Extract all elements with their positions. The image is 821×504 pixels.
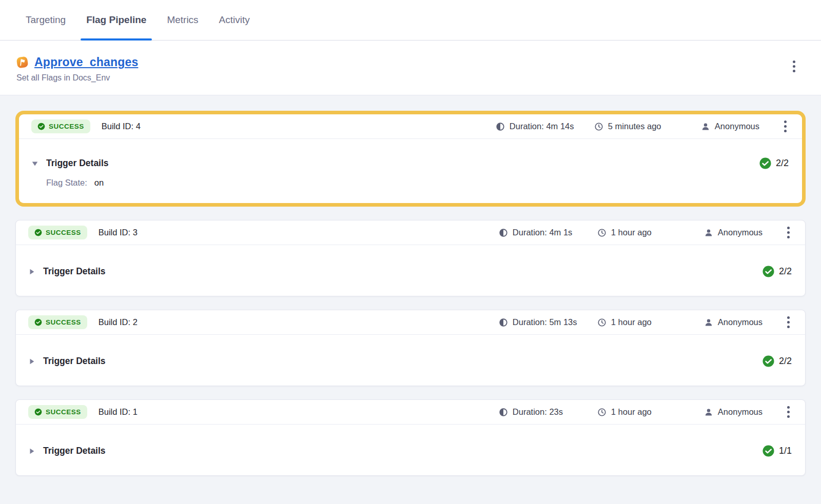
trigger-details-toggle[interactable]: Trigger Details 2/2 [28, 266, 792, 277]
check-circle-icon [763, 266, 774, 277]
tab-bar: Targeting Flag Pipeline Metrics Activity [0, 0, 821, 41]
duration-label: Duration: 4m 1s [513, 228, 572, 237]
steps-count: 2/2 [776, 158, 789, 169]
steps-count: 2/2 [779, 266, 792, 277]
time-ago-label: 5 minutes ago [608, 122, 661, 131]
triggered-by-user: Anonymous [704, 407, 763, 417]
time-ago: 1 hour ago [597, 407, 704, 417]
success-check-icon [37, 123, 45, 130]
duration: Duration: 4m 1s [499, 228, 597, 237]
run-card-build-2: SUCCESS Build ID: 2 Duration: 5m 13s 1 h… [15, 310, 806, 386]
build-id-label: Build ID: 3 [99, 228, 138, 237]
flag-state-row: Flag State: on [46, 178, 789, 188]
check-circle-icon [759, 157, 771, 169]
person-icon [701, 122, 710, 131]
run-card-build-3: SUCCESS Build ID: 3 Duration: 4m 1s 1 ho… [15, 220, 806, 296]
success-check-icon [34, 408, 42, 416]
tab-flag-pipeline[interactable]: Flag Pipeline [76, 0, 157, 40]
triggered-by-user: Anonymous [704, 228, 763, 237]
clock-icon [597, 228, 607, 237]
run-body: Trigger Details 2/2 [16, 245, 805, 296]
run-card-build-4: SUCCESS Build ID: 4 Duration: 4m 14s 5 m… [19, 114, 802, 203]
run-header: SUCCESS Build ID: 4 Duration: 4m 14s 5 m… [19, 114, 802, 139]
steps-status: 1/1 [763, 445, 792, 457]
trigger-details-toggle[interactable]: Trigger Details 1/1 [28, 445, 792, 457]
title-bar: Approve_changes Set all Flags in Docs_En… [0, 41, 821, 95]
time-ago-label: 1 hour ago [611, 407, 652, 417]
trigger-details-label: Trigger Details [43, 356, 106, 367]
pipeline-title-link[interactable]: Approve_changes [34, 55, 138, 69]
status-label: SUCCESS [46, 318, 81, 326]
trigger-details-toggle[interactable]: Trigger Details 2/2 [28, 355, 792, 367]
status-badge: SUCCESS [31, 119, 90, 133]
build-id-label: Build ID: 4 [102, 122, 141, 131]
flag-state-value: on [94, 178, 104, 188]
flag-state-label: Flag State: [46, 178, 87, 188]
steps-status: 2/2 [763, 266, 792, 277]
run-header: SUCCESS Build ID: 3 Duration: 4m 1s 1 ho… [16, 220, 805, 245]
trigger-details-label: Trigger Details [43, 446, 106, 456]
steps-status: 2/2 [759, 157, 789, 169]
run-kebab-menu-icon[interactable] [781, 117, 790, 135]
chevron-right-icon [28, 448, 35, 455]
steps-count: 2/2 [779, 356, 792, 367]
check-circle-icon [763, 355, 774, 367]
person-icon [704, 318, 713, 327]
chevron-down-icon [31, 160, 38, 167]
flag-pipeline-icon [15, 55, 29, 69]
duration-icon [499, 408, 508, 417]
run-header: SUCCESS Build ID: 2 Duration: 5m 13s 1 h… [16, 310, 805, 335]
pipeline-runs-list: SUCCESS Build ID: 4 Duration: 4m 14s 5 m… [0, 95, 821, 476]
trigger-details-label: Trigger Details [46, 158, 109, 169]
duration: Duration: 23s [499, 407, 597, 417]
triggered-by-user: Anonymous [701, 122, 759, 131]
tab-activity[interactable]: Activity [209, 0, 260, 40]
duration-icon [499, 318, 508, 327]
duration-icon [496, 122, 505, 131]
clock-icon [597, 318, 607, 327]
build-id-label: Build ID: 1 [99, 407, 138, 417]
run-body: Trigger Details 2/2 Flag State: on [19, 139, 802, 203]
status-badge: SUCCESS [28, 226, 87, 239]
run-body: Trigger Details 2/2 [16, 335, 805, 386]
page-header: Targeting Flag Pipeline Metrics Activity… [0, 0, 821, 95]
kebab-menu-icon[interactable] [790, 57, 798, 75]
trigger-details-label: Trigger Details [43, 266, 106, 277]
status-label: SUCCESS [46, 229, 81, 236]
duration: Duration: 5m 13s [499, 317, 597, 327]
run-kebab-menu-icon[interactable] [784, 403, 793, 421]
chevron-right-icon [28, 268, 35, 275]
user-label: Anonymous [715, 122, 759, 131]
run-header: SUCCESS Build ID: 1 Duration: 23s 1 hour… [16, 400, 805, 425]
duration-label: Duration: 5m 13s [513, 317, 577, 327]
user-label: Anonymous [718, 407, 763, 417]
steps-count: 1/1 [779, 446, 792, 456]
tab-targeting[interactable]: Targeting [15, 0, 76, 40]
time-ago: 1 hour ago [597, 228, 704, 237]
duration-label: Duration: 4m 14s [510, 122, 574, 131]
run-kebab-menu-icon[interactable] [784, 313, 793, 331]
build-id-label: Build ID: 2 [99, 317, 138, 327]
status-label: SUCCESS [49, 123, 84, 130]
person-icon [704, 408, 713, 417]
clock-icon [597, 408, 607, 417]
time-ago: 5 minutes ago [594, 122, 701, 131]
time-ago: 1 hour ago [597, 317, 704, 327]
user-label: Anonymous [718, 317, 763, 327]
status-label: SUCCESS [46, 408, 81, 416]
duration: Duration: 4m 14s [496, 122, 594, 131]
status-badge: SUCCESS [28, 405, 87, 419]
pipeline-subtitle: Set all Flags in Docs_Env [16, 73, 138, 83]
run-kebab-menu-icon[interactable] [784, 224, 793, 241]
trigger-details-toggle[interactable]: Trigger Details 2/2 [31, 157, 789, 169]
highlight-ring: SUCCESS Build ID: 4 Duration: 4m 14s 5 m… [15, 111, 806, 207]
status-badge: SUCCESS [28, 315, 87, 329]
clock-icon [594, 122, 603, 131]
user-label: Anonymous [718, 228, 763, 237]
duration-icon [499, 228, 508, 237]
check-circle-icon [763, 445, 774, 457]
time-ago-label: 1 hour ago [611, 317, 652, 327]
duration-label: Duration: 23s [513, 407, 563, 417]
person-icon [704, 228, 713, 237]
tab-metrics[interactable]: Metrics [157, 0, 208, 40]
